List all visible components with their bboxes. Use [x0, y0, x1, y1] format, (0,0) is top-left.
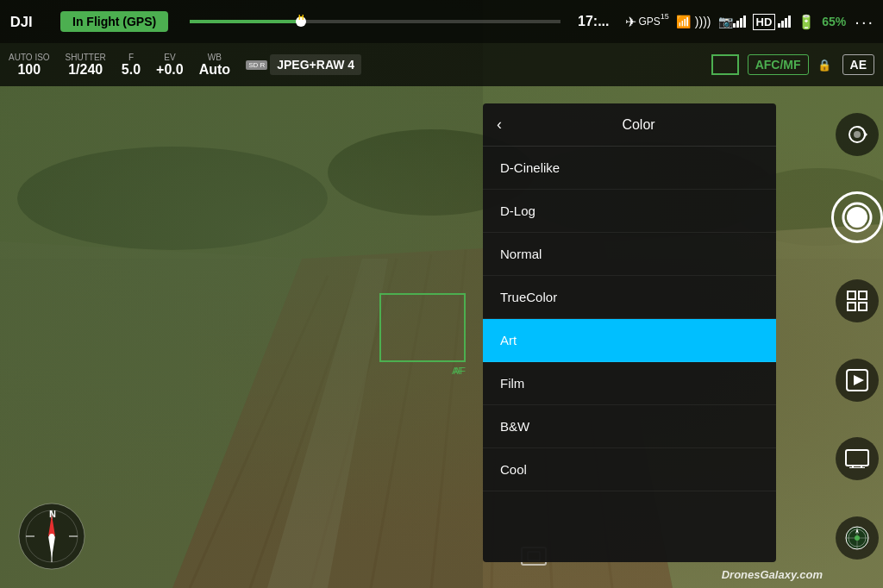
color-option-film[interactable]: Film [483, 362, 776, 405]
color-option-normal[interactable]: Normal [483, 233, 776, 276]
color-option-truecolor[interactable]: TrueColor [483, 276, 776, 319]
color-option-label-normal: Normal [500, 247, 542, 261]
map-button[interactable] [836, 516, 879, 560]
iso-label: Auto ISO [9, 53, 50, 62]
aperture-value: 5.0 [122, 62, 141, 78]
color-option-d-log[interactable]: D-Log [483, 190, 776, 233]
svg-text:N: N [49, 509, 56, 519]
svg-point-2 [17, 147, 328, 250]
wifi-icon: 📶 [676, 15, 691, 28]
shutter-setting[interactable]: SHUTTER 1/240 [66, 53, 106, 78]
svg-marker-17 [267, 259, 388, 588]
settings-button[interactable] [836, 279, 879, 322]
color-option-label-bw: B&W [500, 419, 529, 434]
color-option-label-cool: Cool [500, 462, 527, 477]
color-menu-panel: ‹ Color D-CinelikeD-LogNormalTrueColorAr… [483, 103, 776, 562]
signal-icon: )))) [695, 15, 711, 28]
color-option-label-d-cinelike: D-Cinelike [500, 160, 560, 175]
top-status-bar: DJI In Flight (GPS) H 17:... ✈ GPS 15 📶 … [0, 0, 883, 43]
format-value: JPEG+RAW 4 [270, 54, 361, 75]
ae-with-lock[interactable]: 🔒 AE [817, 54, 874, 75]
gps-signal-strength: 15 [661, 12, 669, 21]
svg-marker-24 [864, 131, 867, 138]
focus-frame-icon[interactable] [711, 54, 739, 75]
battery-percentage: 65% [822, 15, 846, 28]
right-sidebar [831, 86, 883, 586]
svg-rect-30 [848, 303, 855, 310]
battery-status: 🔋 65% [798, 14, 846, 30]
hd-signal-bars [778, 16, 791, 28]
map-icon [844, 525, 870, 551]
af-tracking-box: AF [379, 293, 466, 362]
ae-button[interactable]: AE [842, 54, 874, 75]
svg-rect-20 [712, 55, 738, 74]
camera-rotate-button[interactable] [836, 113, 879, 156]
iso-setting[interactable]: Auto ISO 100 [9, 53, 50, 78]
ev-setting[interactable]: EV +0.0 [156, 53, 184, 78]
flight-progress-bar: H [190, 20, 560, 23]
lock-icon: 🔒 [817, 59, 831, 72]
play-icon [845, 368, 869, 392]
color-menu-header: ‹ Color [483, 103, 776, 147]
dji-logo: DJI [9, 9, 52, 34]
gps-label: GPS [639, 16, 661, 28]
af-label: AF [452, 366, 464, 376]
shutter-value: 1/240 [68, 62, 103, 78]
color-option-label-truecolor: TrueColor [500, 290, 557, 304]
branding-text: DronesGalaxy.com [722, 568, 823, 581]
svg-line-8 [250, 267, 362, 588]
shutter-label: SHUTTER [66, 53, 106, 62]
playback-button[interactable] [836, 359, 879, 402]
gps-drone-icon: ✈ [625, 14, 636, 30]
compass: N [17, 502, 86, 571]
color-option-d-cinelike[interactable]: D-Cinelike [483, 147, 776, 190]
hd-status: HD [753, 14, 792, 30]
screen-button[interactable] [836, 437, 879, 480]
svg-point-27 [847, 207, 867, 228]
screen-icon [845, 449, 869, 468]
svg-point-53 [49, 534, 54, 539]
camera-icon: 📷 [718, 15, 733, 28]
color-option-bw[interactable]: B&W [483, 405, 776, 448]
svg-line-7 [190, 276, 328, 588]
aperture-setting[interactable]: F 5.0 [122, 53, 141, 78]
afc-mf-button[interactable]: AFC/MF [748, 54, 809, 75]
more-options-button[interactable]: ··· [855, 12, 874, 32]
iso-value: 100 [17, 62, 41, 78]
wb-label: WB [208, 53, 222, 62]
settings-icon [845, 289, 869, 313]
battery-icon: 🔋 [798, 14, 815, 30]
progress-fill [190, 20, 301, 23]
color-menu-title: Color [515, 117, 762, 133]
branding-watermark: DronesGalaxy.com [722, 568, 823, 581]
wb-setting[interactable]: WB Auto [199, 53, 230, 78]
shutter-icon [840, 200, 874, 235]
camera-signal: 📷 [718, 15, 746, 28]
sd-badge: SD R [246, 60, 267, 70]
color-option-art[interactable]: Art [483, 319, 776, 362]
gps-status: ✈ GPS 15 [625, 14, 669, 30]
svg-text:DJI: DJI [10, 14, 33, 30]
camera-settings-bar: Auto ISO 100 SHUTTER 1/240 F 5.0 EV +0.0… [0, 43, 883, 86]
color-option-label-film: Film [500, 376, 524, 391]
back-button[interactable]: ‹ [497, 116, 502, 134]
rotate-camera-icon [845, 122, 869, 147]
svg-point-25 [854, 131, 861, 138]
shutter-button[interactable] [831, 191, 883, 243]
svg-rect-34 [846, 450, 868, 466]
flight-status-badge: In Flight (GPS) [60, 11, 168, 32]
color-options-list: D-CinelikeD-LogNormalTrueColorArtFilmB&W… [483, 147, 776, 491]
progress-h-label: H [298, 13, 304, 22]
wb-value: Auto [199, 62, 230, 78]
ev-value: +0.0 [156, 62, 184, 78]
color-option-label-d-log: D-Log [500, 203, 535, 218]
connection-status: 📶 )))) [676, 15, 711, 28]
svg-rect-29 [859, 291, 867, 299]
af-brackets [379, 293, 466, 362]
format-setting[interactable]: SD R JPEG+RAW 4 [246, 54, 374, 75]
color-option-label-art: Art [500, 333, 517, 347]
signal-bars [733, 16, 746, 28]
color-option-cool[interactable]: Cool [483, 448, 776, 491]
camera-controls: AFC/MF 🔒 AE [711, 54, 874, 75]
svg-rect-28 [848, 291, 855, 299]
